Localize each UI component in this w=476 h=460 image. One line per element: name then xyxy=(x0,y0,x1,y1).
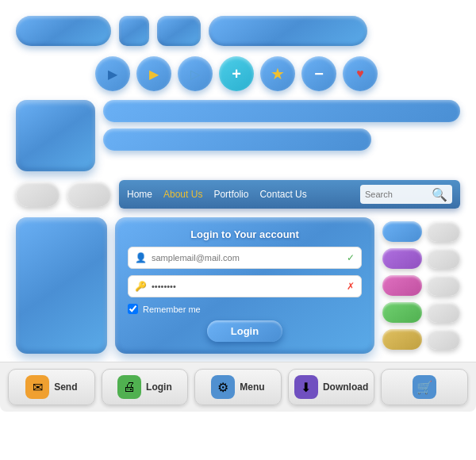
toggle-knob-5 xyxy=(427,329,460,350)
play-button-3[interactable]: ▷ xyxy=(178,56,213,91)
large-panel-left xyxy=(16,217,107,354)
menu-icon: ⚙ xyxy=(211,375,235,399)
row5: Login to Your account 👤 ✓ 🔑 ✗ Remember m… xyxy=(16,217,460,354)
login-bottom-label: Login xyxy=(146,381,172,393)
send-button[interactable]: ✉ Send xyxy=(8,369,95,405)
nav-contact[interactable]: Contact Us xyxy=(259,189,306,200)
download-icon: ⬇ xyxy=(294,375,318,399)
small-square-btn-1[interactable] xyxy=(119,16,149,46)
toggle-pink[interactable] xyxy=(382,275,422,296)
remember-me-checkbox[interactable] xyxy=(128,304,138,314)
heart-button[interactable]: ♥ xyxy=(343,56,378,91)
menu-button[interactable]: ⚙ Menu xyxy=(194,369,282,405)
big-square-element xyxy=(16,100,95,171)
progress-bar-2 xyxy=(103,128,371,151)
toggle-knob-3 xyxy=(427,275,460,296)
row3 xyxy=(16,100,460,171)
search-icon: 🔍 xyxy=(432,187,447,202)
email-field-icon: 👤 xyxy=(135,252,147,263)
cart-button[interactable]: 🛒 xyxy=(381,369,468,405)
play-button-1[interactable]: ▶ xyxy=(95,56,130,91)
main-container: ▶ ▶ ▷ + ★ − ♥ Home Abou xyxy=(0,0,476,460)
toggle-yellow[interactable] xyxy=(382,329,422,350)
play-icon-1: ▶ xyxy=(108,67,117,82)
remember-me-row: Remember me xyxy=(128,304,201,314)
remember-me-label: Remember me xyxy=(143,305,201,314)
minus-button[interactable]: − xyxy=(301,56,336,91)
wide-button-1[interactable] xyxy=(16,16,111,46)
minus-icon: − xyxy=(314,65,324,83)
row1-buttons xyxy=(16,14,460,48)
send-icon: ✉ xyxy=(25,375,49,399)
login-bottom-button[interactable]: 🖨 Login xyxy=(102,369,189,405)
small-white-btn-1[interactable] xyxy=(16,182,60,207)
navigation-bar: Home About Us Portfolio Contact Us 🔍 xyxy=(119,180,460,209)
toggles-area xyxy=(382,217,460,354)
heart-icon: ♥ xyxy=(356,67,364,81)
star-button[interactable]: ★ xyxy=(260,56,295,91)
login-button[interactable]: Login xyxy=(207,320,282,342)
toggle-knob-4 xyxy=(427,302,460,323)
menu-label: Menu xyxy=(240,381,264,393)
row4-navbar: Home About Us Portfolio Contact Us 🔍 xyxy=(16,179,460,209)
search-input[interactable] xyxy=(365,190,428,199)
progress-bar-1 xyxy=(103,100,460,122)
progress-area xyxy=(103,100,460,151)
login-title: Login to Your account xyxy=(190,228,299,240)
password-input[interactable] xyxy=(152,282,342,291)
play-icon-2: ▶ xyxy=(149,67,159,82)
login-icon: 🖨 xyxy=(117,375,141,399)
download-button[interactable]: ⬇ Download xyxy=(288,369,375,405)
icon-buttons-row: ▶ ▶ ▷ + ★ − ♥ xyxy=(16,56,460,92)
toggle-purple[interactable] xyxy=(382,248,422,269)
plus-icon: + xyxy=(232,65,241,83)
long-button[interactable] xyxy=(209,16,367,46)
nav-portfolio[interactable]: Portfolio xyxy=(213,189,248,200)
toggle-row-5 xyxy=(382,329,460,350)
small-white-btn-2[interactable] xyxy=(67,182,111,207)
star-icon: ★ xyxy=(271,64,285,83)
play-button-2[interactable]: ▶ xyxy=(136,56,171,91)
cart-icon: 🛒 xyxy=(413,375,436,399)
nav-home[interactable]: Home xyxy=(127,189,152,200)
password-field-icon: 🔑 xyxy=(135,281,147,292)
toggle-knob-2 xyxy=(427,248,460,269)
toggle-green[interactable] xyxy=(382,302,422,323)
toggle-row-2 xyxy=(382,248,460,269)
bottom-bar: ✉ Send 🖨 Login ⚙ Menu ⬇ Download 🛒 xyxy=(0,362,476,412)
play-icon-3: ▷ xyxy=(190,67,200,82)
toggle-knob-1 xyxy=(427,221,460,242)
email-field-container: 👤 ✓ xyxy=(128,247,362,269)
nav-about[interactable]: About Us xyxy=(163,189,202,200)
email-input[interactable] xyxy=(152,253,342,263)
toggle-blue[interactable] xyxy=(382,221,422,242)
search-box: 🔍 xyxy=(360,185,452,204)
check-icon-green: ✓ xyxy=(347,252,355,263)
toggle-row-3 xyxy=(382,275,460,296)
plus-button[interactable]: + xyxy=(219,56,254,91)
send-label: Send xyxy=(54,381,77,393)
password-field-container: 🔑 ✗ xyxy=(128,275,362,297)
toggle-row-4 xyxy=(382,302,460,323)
check-icon-red: ✗ xyxy=(347,281,355,292)
download-label: Download xyxy=(323,381,368,393)
toggle-row-1 xyxy=(382,221,460,242)
login-panel: Login to Your account 👤 ✓ 🔑 ✗ Remember m… xyxy=(115,217,374,354)
medium-square-btn[interactable] xyxy=(157,16,201,46)
